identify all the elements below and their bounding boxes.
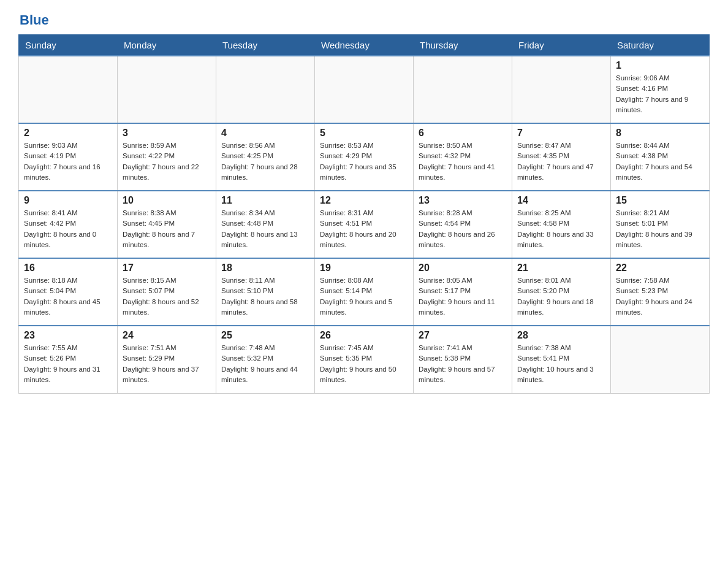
calendar-cell: 19Sunrise: 8:08 AM Sunset: 5:14 PM Dayli… bbox=[315, 258, 414, 326]
day-info: Sunrise: 7:55 AM Sunset: 5:26 PM Dayligh… bbox=[24, 343, 112, 385]
day-number: 21 bbox=[517, 262, 605, 274]
calendar-cell: 20Sunrise: 8:05 AM Sunset: 5:17 PM Dayli… bbox=[414, 258, 512, 326]
day-info: Sunrise: 8:18 AM Sunset: 5:04 PM Dayligh… bbox=[24, 275, 112, 318]
calendar-cell: 18Sunrise: 8:11 AM Sunset: 5:10 PM Dayli… bbox=[216, 258, 315, 326]
day-info: Sunrise: 8:59 AM Sunset: 4:22 PM Dayligh… bbox=[123, 140, 211, 183]
day-info: Sunrise: 7:38 AM Sunset: 5:41 PM Dayligh… bbox=[517, 343, 605, 385]
logo-blue-text: Blue bbox=[20, 12, 49, 28]
calendar-cell: 22Sunrise: 7:58 AM Sunset: 5:23 PM Dayli… bbox=[611, 258, 710, 326]
day-number: 10 bbox=[123, 195, 211, 206]
week-row-5: 23Sunrise: 7:55 AM Sunset: 5:26 PM Dayli… bbox=[19, 326, 710, 393]
day-number: 8 bbox=[616, 128, 704, 139]
calendar-cell: 17Sunrise: 8:15 AM Sunset: 5:07 PM Dayli… bbox=[118, 258, 216, 326]
day-info: Sunrise: 7:41 AM Sunset: 5:38 PM Dayligh… bbox=[419, 343, 507, 385]
weekday-header-tuesday: Tuesday bbox=[216, 35, 315, 56]
calendar-cell: 15Sunrise: 8:21 AM Sunset: 5:01 PM Dayli… bbox=[611, 191, 710, 258]
day-number: 19 bbox=[320, 262, 408, 274]
day-number: 12 bbox=[320, 195, 408, 206]
calendar-cell bbox=[512, 56, 611, 123]
calendar-cell: 13Sunrise: 8:28 AM Sunset: 4:54 PM Dayli… bbox=[414, 191, 512, 258]
day-info: Sunrise: 8:56 AM Sunset: 4:25 PM Dayligh… bbox=[221, 140, 309, 183]
weekday-header-sunday: Sunday bbox=[19, 35, 118, 56]
day-info: Sunrise: 8:53 AM Sunset: 4:29 PM Dayligh… bbox=[320, 140, 408, 183]
calendar-cell: 8Sunrise: 8:44 AM Sunset: 4:38 PM Daylig… bbox=[611, 123, 710, 191]
day-info: Sunrise: 8:11 AM Sunset: 5:10 PM Dayligh… bbox=[221, 275, 309, 318]
weekday-header-monday: Monday bbox=[118, 35, 216, 56]
calendar-cell: 14Sunrise: 8:25 AM Sunset: 4:58 PM Dayli… bbox=[512, 191, 611, 258]
day-info: Sunrise: 8:34 AM Sunset: 4:48 PM Dayligh… bbox=[221, 208, 309, 250]
day-info: Sunrise: 8:38 AM Sunset: 4:45 PM Dayligh… bbox=[123, 208, 211, 250]
calendar-table: SundayMondayTuesdayWednesdayThursdayFrid… bbox=[18, 34, 710, 394]
day-number: 23 bbox=[24, 330, 112, 341]
calendar-cell: 26Sunrise: 7:45 AM Sunset: 5:35 PM Dayli… bbox=[315, 326, 414, 393]
day-number: 7 bbox=[517, 128, 605, 139]
day-number: 5 bbox=[320, 128, 408, 139]
calendar-cell: 4Sunrise: 8:56 AM Sunset: 4:25 PM Daylig… bbox=[216, 123, 315, 191]
day-info: Sunrise: 7:58 AM Sunset: 5:23 PM Dayligh… bbox=[616, 275, 704, 318]
day-info: Sunrise: 8:08 AM Sunset: 5:14 PM Dayligh… bbox=[320, 275, 408, 318]
calendar-cell: 2Sunrise: 9:03 AM Sunset: 4:19 PM Daylig… bbox=[19, 123, 118, 191]
calendar-cell bbox=[414, 56, 512, 123]
calendar-cell bbox=[611, 326, 710, 393]
calendar-cell: 9Sunrise: 8:41 AM Sunset: 4:42 PM Daylig… bbox=[19, 191, 118, 258]
day-number: 18 bbox=[221, 262, 309, 274]
week-row-2: 2Sunrise: 9:03 AM Sunset: 4:19 PM Daylig… bbox=[19, 123, 710, 191]
calendar-cell: 3Sunrise: 8:59 AM Sunset: 4:22 PM Daylig… bbox=[118, 123, 216, 191]
weekday-header-saturday: Saturday bbox=[611, 35, 710, 56]
day-info: Sunrise: 8:28 AM Sunset: 4:54 PM Dayligh… bbox=[419, 208, 507, 250]
week-row-3: 9Sunrise: 8:41 AM Sunset: 4:42 PM Daylig… bbox=[19, 191, 710, 258]
calendar-cell: 10Sunrise: 8:38 AM Sunset: 4:45 PM Dayli… bbox=[118, 191, 216, 258]
calendar-cell: 21Sunrise: 8:01 AM Sunset: 5:20 PM Dayli… bbox=[512, 258, 611, 326]
weekday-header-wednesday: Wednesday bbox=[315, 35, 414, 56]
day-info: Sunrise: 8:21 AM Sunset: 5:01 PM Dayligh… bbox=[616, 208, 704, 250]
day-info: Sunrise: 8:15 AM Sunset: 5:07 PM Dayligh… bbox=[123, 275, 211, 318]
day-info: Sunrise: 8:44 AM Sunset: 4:38 PM Dayligh… bbox=[616, 140, 704, 183]
day-info: Sunrise: 8:31 AM Sunset: 4:51 PM Dayligh… bbox=[320, 208, 408, 250]
day-number: 16 bbox=[24, 262, 112, 274]
calendar-cell: 1Sunrise: 9:06 AM Sunset: 4:16 PM Daylig… bbox=[611, 56, 710, 123]
day-number: 27 bbox=[419, 330, 507, 341]
day-info: Sunrise: 8:25 AM Sunset: 4:58 PM Dayligh… bbox=[517, 208, 605, 250]
weekday-header-thursday: Thursday bbox=[414, 35, 512, 56]
day-number: 17 bbox=[123, 262, 211, 274]
calendar-cell: 28Sunrise: 7:38 AM Sunset: 5:41 PM Dayli… bbox=[512, 326, 611, 393]
calendar-cell bbox=[216, 56, 315, 123]
day-number: 14 bbox=[517, 195, 605, 206]
day-number: 9 bbox=[24, 195, 112, 206]
calendar-cell: 5Sunrise: 8:53 AM Sunset: 4:29 PM Daylig… bbox=[315, 123, 414, 191]
day-info: Sunrise: 7:45 AM Sunset: 5:35 PM Dayligh… bbox=[320, 343, 408, 385]
day-number: 24 bbox=[123, 330, 211, 341]
day-info: Sunrise: 8:50 AM Sunset: 4:32 PM Dayligh… bbox=[419, 140, 507, 183]
calendar-cell: 25Sunrise: 7:48 AM Sunset: 5:32 PM Dayli… bbox=[216, 326, 315, 393]
logo: Blue bbox=[18, 12, 49, 28]
calendar-cell: 27Sunrise: 7:41 AM Sunset: 5:38 PM Dayli… bbox=[414, 326, 512, 393]
calendar-cell: 12Sunrise: 8:31 AM Sunset: 4:51 PM Dayli… bbox=[315, 191, 414, 258]
day-info: Sunrise: 8:05 AM Sunset: 5:17 PM Dayligh… bbox=[419, 275, 507, 318]
calendar-cell: 23Sunrise: 7:55 AM Sunset: 5:26 PM Dayli… bbox=[19, 326, 118, 393]
day-number: 28 bbox=[517, 330, 605, 341]
week-row-4: 16Sunrise: 8:18 AM Sunset: 5:04 PM Dayli… bbox=[19, 258, 710, 326]
calendar-cell: 7Sunrise: 8:47 AM Sunset: 4:35 PM Daylig… bbox=[512, 123, 611, 191]
day-info: Sunrise: 8:41 AM Sunset: 4:42 PM Dayligh… bbox=[24, 208, 112, 250]
day-info: Sunrise: 9:03 AM Sunset: 4:19 PM Dayligh… bbox=[24, 140, 112, 183]
day-number: 26 bbox=[320, 330, 408, 341]
calendar-cell bbox=[315, 56, 414, 123]
week-row-1: 1Sunrise: 9:06 AM Sunset: 4:16 PM Daylig… bbox=[19, 56, 710, 123]
day-number: 25 bbox=[221, 330, 309, 341]
page-header: Blue bbox=[18, 12, 710, 28]
calendar-cell bbox=[19, 56, 118, 123]
day-number: 22 bbox=[616, 262, 704, 274]
day-info: Sunrise: 7:51 AM Sunset: 5:29 PM Dayligh… bbox=[123, 343, 211, 385]
day-number: 4 bbox=[221, 128, 309, 139]
calendar-cell: 6Sunrise: 8:50 AM Sunset: 4:32 PM Daylig… bbox=[414, 123, 512, 191]
day-info: Sunrise: 7:48 AM Sunset: 5:32 PM Dayligh… bbox=[221, 343, 309, 385]
day-number: 6 bbox=[419, 128, 507, 139]
day-info: Sunrise: 9:06 AM Sunset: 4:16 PM Dayligh… bbox=[616, 73, 704, 115]
day-number: 1 bbox=[616, 60, 704, 71]
calendar-cell: 11Sunrise: 8:34 AM Sunset: 4:48 PM Dayli… bbox=[216, 191, 315, 258]
weekday-header-row: SundayMondayTuesdayWednesdayThursdayFrid… bbox=[19, 35, 710, 56]
day-number: 3 bbox=[123, 128, 211, 139]
day-number: 11 bbox=[221, 195, 309, 206]
day-number: 15 bbox=[616, 195, 704, 206]
day-number: 13 bbox=[419, 195, 507, 206]
